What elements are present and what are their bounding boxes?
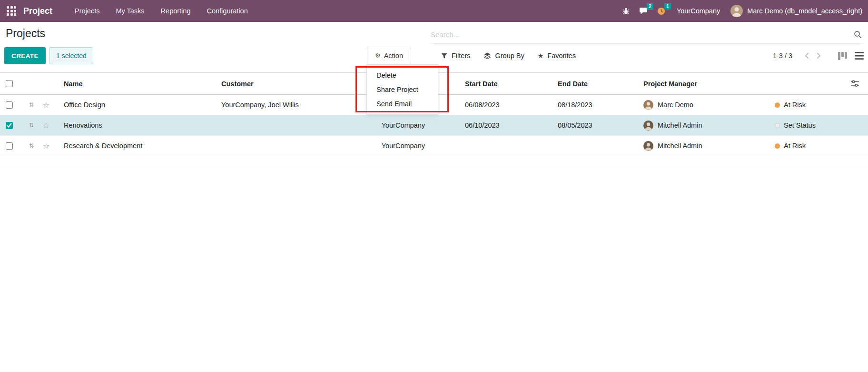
create-button[interactable]: CREATE <box>4 47 46 64</box>
status-dot-icon <box>775 102 780 108</box>
company-switcher[interactable]: YourCompany <box>677 7 720 15</box>
project-name: Research & Development <box>54 142 212 150</box>
search-icon[interactable] <box>854 30 862 39</box>
manager-name: Marc Demo <box>658 101 693 109</box>
filters-button[interactable]: Filters <box>441 52 470 60</box>
column-header-project-manager[interactable]: Project Manager <box>636 80 767 88</box>
apps-grid-icon[interactable] <box>7 6 16 16</box>
project-name: Office Design <box>54 101 212 109</box>
pager-next-icon[interactable] <box>813 50 825 61</box>
column-header-name[interactable]: Name <box>54 80 212 88</box>
action-dropdown-button[interactable]: ⚙ Action <box>367 47 411 64</box>
action-dropdown-menu: Delete Share Project Send Email <box>366 64 438 115</box>
project-name: Renovations <box>54 121 212 129</box>
favorite-star-icon[interactable]: ☆ <box>38 101 54 110</box>
manager-name: Mitchell Admin <box>658 121 702 129</box>
row-checkbox[interactable] <box>6 142 13 150</box>
gear-icon: ⚙ <box>375 52 381 59</box>
row-checkbox-cell <box>0 101 25 109</box>
user-name: Marc Demo (db_model_access_right) <box>747 7 862 15</box>
menu-reporting[interactable]: Reporting <box>153 4 199 18</box>
status-dot-icon <box>775 123 780 128</box>
pager-previous-icon[interactable] <box>801 50 813 61</box>
user-menu[interactable]: Marc Demo (db_model_access_right) <box>730 5 862 17</box>
pager: 1-3 / 3 <box>773 47 864 64</box>
app-window: Project Projects My Tasks Reporting Conf… <box>0 0 868 372</box>
search-bar <box>431 25 864 44</box>
main-menu: Projects My Tasks Reporting Configuratio… <box>67 4 256 18</box>
messages-icon[interactable]: 2 <box>634 5 652 17</box>
selected-count-badge: 1 selected <box>49 47 93 64</box>
optional-columns-icon[interactable] <box>841 80 868 87</box>
drag-handle-icon[interactable]: ⇅ <box>25 122 38 129</box>
select-all-cell <box>0 80 25 87</box>
status-label: Set Status <box>784 121 816 129</box>
user-avatar <box>730 5 743 17</box>
menu-configuration[interactable]: Configuration <box>198 4 256 18</box>
favorite-star-icon[interactable]: ☆ <box>38 141 54 151</box>
status-dot-icon <box>775 143 780 149</box>
action-button-label: Action <box>384 52 403 60</box>
group-by-label: Group By <box>495 52 524 60</box>
menu-projects[interactable]: Projects <box>67 4 108 18</box>
row-checkbox-cell <box>0 142 25 150</box>
search-input[interactable] <box>431 30 854 39</box>
menu-my-tasks[interactable]: My Tasks <box>108 4 152 18</box>
manager-avatar <box>643 100 653 110</box>
list-view-icon[interactable] <box>855 52 864 60</box>
funnel-icon <box>441 52 448 60</box>
drag-handle-icon[interactable]: ⇅ <box>25 101 38 108</box>
app-name: Project <box>23 6 52 16</box>
column-header-start-date[interactable]: Start Date <box>457 80 550 88</box>
table-row[interactable]: ⇅ ☆ Research & Development YourCompany M… <box>0 136 868 156</box>
favorites-label: Favorites <box>547 52 576 60</box>
view-switcher <box>838 52 864 60</box>
table-row[interactable]: ⇅ ☆ Renovations YourCompany 06/10/2023 0… <box>0 115 868 136</box>
project-manager-cell: Mitchell Admin <box>636 141 767 151</box>
manager-avatar <box>643 121 653 131</box>
page-title: Projects <box>6 27 45 40</box>
row-checkbox[interactable] <box>6 101 13 109</box>
navbar-right: 2 1 YourCompany Marc Demo (db_model_acce… <box>618 5 862 17</box>
layers-icon <box>483 52 491 60</box>
select-all-checkbox[interactable] <box>6 80 13 87</box>
top-navbar: Project Projects My Tasks Reporting Conf… <box>0 0 868 22</box>
status-label: At Risk <box>784 142 806 150</box>
project-status[interactable]: At Risk <box>767 101 868 109</box>
project-start-date: 06/08/2023 <box>457 101 550 109</box>
pager-range: 1-3 / 3 <box>773 52 792 60</box>
search-facets: Filters Group By ★ Favorites <box>441 47 576 64</box>
project-status[interactable]: Set Status <box>767 121 868 129</box>
manager-name: Mitchell Admin <box>658 142 702 150</box>
project-start-date: 06/10/2023 <box>457 121 550 129</box>
manager-avatar <box>643 141 653 151</box>
project-customer: YourCompany <box>212 121 457 129</box>
group-by-button[interactable]: Group By <box>483 52 524 60</box>
project-manager-cell: Marc Demo <box>636 100 767 110</box>
favorite-star-icon[interactable]: ☆ <box>38 121 54 130</box>
kanban-view-icon[interactable] <box>838 52 847 60</box>
row-checkbox-cell <box>0 122 25 129</box>
activities-badge: 1 <box>664 3 671 10</box>
activities-clock-icon[interactable]: 1 <box>652 5 670 17</box>
menu-item-send-email[interactable]: Send Email <box>367 97 438 111</box>
table-footer-spacer <box>0 156 868 165</box>
debug-bug-icon[interactable] <box>618 5 634 17</box>
project-end-date: 08/18/2023 <box>550 101 636 109</box>
star-icon: ★ <box>538 52 544 60</box>
drag-handle-icon[interactable]: ⇅ <box>25 142 38 149</box>
column-header-end-date[interactable]: End Date <box>550 80 636 88</box>
filters-label: Filters <box>452 52 470 60</box>
favorites-button[interactable]: ★ Favorites <box>538 52 576 60</box>
project-end-date: 08/05/2023 <box>550 121 636 129</box>
project-manager-cell: Mitchell Admin <box>636 121 767 131</box>
row-checkbox[interactable] <box>6 122 13 129</box>
status-label: At Risk <box>784 101 806 109</box>
project-customer: YourCompany <box>212 142 457 150</box>
project-status[interactable]: At Risk <box>767 142 868 150</box>
menu-item-delete[interactable]: Delete <box>367 68 438 82</box>
menu-item-share-project[interactable]: Share Project <box>367 82 438 97</box>
